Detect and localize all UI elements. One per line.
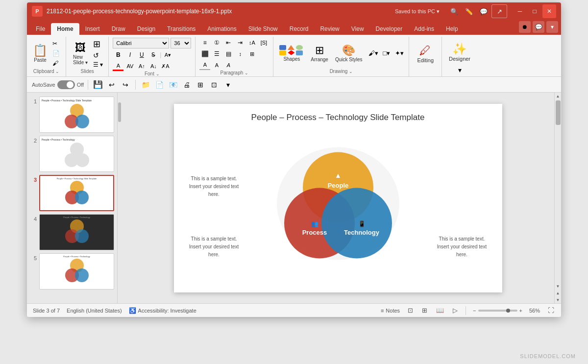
autosave-toggle[interactable] [57,80,75,89]
ribbon-collapse-icon[interactable]: ▾ [546,21,558,33]
tab-draw[interactable]: Draw [106,23,131,35]
ribbon-record-icon[interactable]: ⏺ [519,21,531,33]
tab-animations[interactable]: Animations [201,23,242,35]
qa-print-icon[interactable]: 🖨 [181,79,193,91]
text-direction-button[interactable]: ↕A [246,38,257,48]
char-spacing-button[interactable]: AV [124,61,135,71]
search-icon[interactable]: 🔍 [447,4,461,18]
tab-addins[interactable]: Add-ins [408,23,440,35]
pen-icon[interactable]: ✏️ [462,4,476,18]
quick-styles-button[interactable]: 🎨 Quick Styles [333,43,365,63]
qa-email-icon[interactable]: 📧 [167,79,179,91]
tab-insert[interactable]: Insert [79,23,106,35]
sample-text-bottom-left[interactable]: This is a sample text. Insert your desir… [185,235,244,259]
accessibility-button[interactable]: ♿ Accessibility: Investigate [129,307,196,314]
text-effects-button[interactable]: A [223,60,234,70]
underline-button[interactable]: U [136,50,147,60]
editing-button[interactable]: 🖊 Editing [413,42,438,65]
section-button[interactable]: ☰ ▾ [92,61,104,69]
sample-text-top-left[interactable]: This is a sample text. Insert your desir… [185,175,244,198]
share-icon[interactable]: ↗ [491,4,507,18]
paste-button[interactable]: 📋 Paste [31,42,49,65]
align-right-button[interactable]: ▤ [223,49,234,59]
editor-scrollbar[interactable]: ▲ ▼ ▲ ▼ [554,93,561,303]
bullets-button[interactable]: ≡ [199,38,210,48]
qa-new-icon[interactable]: 📄 [153,79,165,91]
reading-view-button[interactable]: 📖 [435,306,445,315]
tab-home[interactable]: Home [51,23,79,35]
comment-icon[interactable]: 💬 [477,4,490,18]
sample-text-right[interactable]: This is a sample text. Insert your desir… [433,235,491,259]
italic-button[interactable]: I [124,50,135,60]
reset-button[interactable]: ↺ [92,51,104,60]
minimize-button[interactable]: ─ [513,4,527,18]
editor-area[interactable]: People – Process – Technology Slide Temp… [122,93,554,303]
tab-help[interactable]: Help [440,23,464,35]
slide-thumb-5[interactable]: 5 People • Process • Technology [30,253,114,290]
shape-fill-button[interactable]: 🖌▾ [368,49,379,58]
indent-increase-button[interactable]: ⇥ [235,38,245,48]
strikethrough-button[interactable]: S̶ [148,50,159,60]
layout-button[interactable]: ⊞ [92,38,104,50]
maximize-button[interactable]: □ [528,4,541,18]
clear-format-button[interactable]: ✗A [160,61,171,71]
tab-slideshow[interactable]: Slide Show [243,23,284,35]
slide-thumb-4[interactable]: 4 People • Process • Technology [30,214,114,250]
save-button[interactable]: 💾 [92,79,104,91]
arrange-button[interactable]: ⊞ Arrange [309,43,330,63]
convert-to-smartart-button[interactable]: [S] [258,38,269,48]
tab-transitions[interactable]: Transitions [161,23,201,35]
qa-table-icon[interactable]: ⊞ [195,79,206,91]
shape-effects-button[interactable]: ✦▾ [394,49,405,58]
numbering-button[interactable]: ① [211,38,222,48]
qa-layout-icon[interactable]: ⊡ [208,79,220,91]
tab-record[interactable]: Record [284,23,315,35]
align-left-button[interactable]: ⬛ [199,49,210,59]
close-button[interactable]: ✕ [542,4,556,18]
columns-button[interactable]: ⊞ [246,49,257,59]
zoom-control[interactable]: − + [473,308,522,314]
shapes-button[interactable]: Shapes [277,44,306,63]
scroll-up-sm-btn[interactable]: ▲ [555,290,561,296]
shape-outline-button[interactable]: □▾ [382,49,392,58]
undo-button[interactable]: ↩ [106,79,118,91]
slide-thumb-2[interactable]: 2 People • Process • Technology [30,136,114,172]
slide-thumb-3[interactable]: 3 People • Process • Technology Slide Te… [30,175,114,211]
tab-review[interactable]: Review [314,23,345,35]
slide-thumb-1[interactable]: 1 People • Process • Technology Slide Te… [30,97,114,133]
text-outline-button[interactable]: A [211,60,222,70]
text-shadow-button[interactable]: A▾ [162,50,173,60]
indent-decrease-button[interactable]: ⇤ [223,38,234,48]
slideshow-button[interactable]: ▷ [452,306,459,315]
slide-title[interactable]: People – Process – Technology Slide Temp… [174,113,502,122]
scroll-down-btn[interactable]: ▼ [555,283,561,290]
tab-developer[interactable]: Developer [370,23,409,35]
format-painter-button[interactable]: 🖌 [50,59,62,68]
qa-more-icon[interactable]: ▾ [222,79,234,91]
tab-file[interactable]: File [30,23,51,35]
font-size-up-button[interactable]: A↑ [136,61,147,71]
font-size-select[interactable]: 36 [171,38,191,49]
tab-design[interactable]: Design [131,23,161,35]
bold-button[interactable]: B [113,50,123,60]
text-fill-button[interactable]: A [199,60,210,70]
normal-view-button[interactable]: ⊡ [407,306,414,315]
font-name-select[interactable]: Calibri [113,38,169,49]
slide-panel-scrollbar[interactable] [118,93,122,303]
ribbon-comment-icon[interactable]: 💬 [533,21,544,33]
slide-sorter-button[interactable]: ⊞ [421,306,428,315]
designer-button[interactable]: ✨ Designer [446,40,473,64]
fit-slide-button[interactable]: ⛶ [547,306,555,315]
cut-button[interactable]: ✂ [50,39,62,48]
scroll-thumb[interactable] [556,100,561,125]
copy-button[interactable]: 📄 [50,49,62,58]
redo-button[interactable]: ↪ [120,79,131,91]
new-slide-button[interactable]: 🖼 NewSlide ▾ [70,40,91,67]
scroll-down-sm-btn[interactable]: ▼ [555,296,561,303]
qa-folder-icon[interactable]: 📁 [140,79,151,91]
font-size-down-button[interactable]: A↓ [148,61,159,71]
designer-collapse[interactable]: ▾ [446,66,473,74]
line-spacing-button[interactable]: ↕ [235,49,245,59]
tab-view[interactable]: View [345,23,370,35]
notes-button[interactable]: ≡ Notes [381,308,400,314]
